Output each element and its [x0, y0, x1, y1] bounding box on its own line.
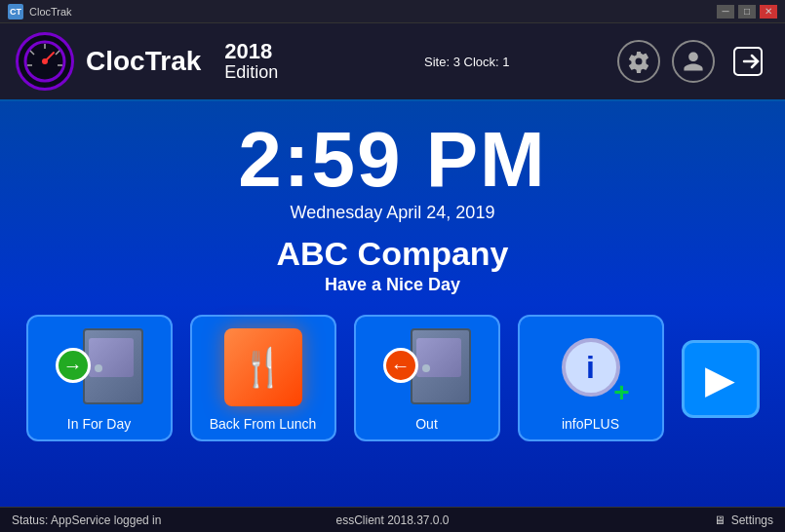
in-for-day-icon-area: → [36, 324, 163, 410]
date-display: Wednesday April 24, 2019 [291, 203, 495, 223]
minimize-button[interactable]: ─ [717, 5, 734, 19]
infoplus-icon: i + [552, 328, 630, 406]
back-from-lunch-label: Back From Lunch [210, 416, 317, 432]
settings-icon: 🖥 [714, 513, 726, 527]
svg-line-5 [30, 51, 34, 55]
company-greeting: Have a Nice Day [325, 275, 460, 295]
infoplus-label: infoPLUS [562, 416, 619, 432]
out-icon-area: ← [364, 324, 491, 410]
in-for-day-button[interactable]: → In For Day [26, 315, 173, 441]
svg-line-2 [56, 51, 59, 55]
maximize-button[interactable]: □ [738, 5, 756, 19]
logout-icon [726, 40, 769, 83]
main-content: 2:59 PM Wednesday April 24, 2019 ABC Com… [0, 101, 785, 507]
info-circle-icon: i [562, 338, 620, 397]
info-plus-icon: + [613, 379, 629, 406]
logo-text: ClocTrak [86, 48, 201, 75]
time-display: 2:59 PM [238, 121, 546, 199]
edition-text: Edition [224, 63, 278, 83]
logo-name: ClocTrak [86, 48, 201, 75]
in-for-day-label: In For Day [67, 416, 131, 432]
next-button[interactable]: ▶ [682, 340, 760, 418]
lunch-icon: 🍴 [224, 328, 302, 406]
infoplus-button[interactable]: i + infoPLUS [518, 315, 664, 441]
statusbar: Status: AppService logged in essClient 2… [0, 507, 785, 532]
logo-edition: 2018 Edition [224, 40, 278, 83]
out-arrow-icon: ← [383, 348, 418, 383]
door-body-out [411, 328, 471, 404]
app-icon: CT [8, 4, 23, 19]
lunch-icon-area: 🍴 [200, 324, 327, 410]
user-icon-button[interactable] [672, 40, 715, 83]
fork-knife-icon: 🍴 [240, 346, 286, 389]
titlebar-left: CT ClocTrak [8, 4, 72, 19]
header-logo: ClocTrak 2018 Edition [16, 32, 317, 91]
out-button[interactable]: ← Out [354, 315, 500, 441]
titlebar-controls: ─ □ ✕ [717, 5, 777, 19]
door-body-in [83, 328, 143, 404]
header: ClocTrak 2018 Edition Site: 3 Clock: 1 [0, 23, 785, 101]
user-icon [672, 40, 715, 83]
infoplus-icon-area: i + [528, 324, 654, 410]
svg-point-7 [42, 58, 48, 64]
version-text: essClient 2018.37.0.0 [335, 513, 449, 527]
gauge-svg [22, 39, 67, 84]
door-in-icon: → [56, 328, 143, 406]
close-button[interactable]: ✕ [760, 5, 777, 19]
titlebar: CT ClocTrak ─ □ ✕ [0, 0, 785, 23]
titlebar-title: ClocTrak [29, 6, 72, 18]
statusbar-wrap: Status: AppService logged in essClient 2… [12, 508, 773, 532]
settings-label: Settings [731, 513, 773, 527]
next-arrow-icon: ▶ [705, 357, 735, 401]
app-icon-text: CT [10, 7, 21, 17]
in-arrow-icon: → [56, 348, 91, 383]
gear-icon [617, 40, 660, 83]
company-name: ABC Company [276, 235, 508, 273]
header-actions [617, 40, 769, 83]
door-out-icon: ← [383, 328, 471, 406]
out-label: Out [415, 416, 438, 432]
actions-row: → In For Day 🍴 Back From Lunch [26, 315, 760, 441]
back-from-lunch-button[interactable]: 🍴 Back From Lunch [190, 315, 336, 441]
status-text: Status: AppService logged in [12, 513, 161, 527]
settings-icon-button[interactable] [617, 40, 660, 83]
site-info: Site: 3 Clock: 1 [317, 55, 618, 69]
logout-icon-button[interactable] [726, 40, 769, 83]
logo-gauge [16, 32, 74, 91]
edition-year: 2018 [224, 40, 278, 63]
door-knob-out [422, 364, 430, 372]
door-knob-in [95, 364, 102, 372]
settings-button[interactable]: 🖥 Settings [714, 513, 773, 527]
